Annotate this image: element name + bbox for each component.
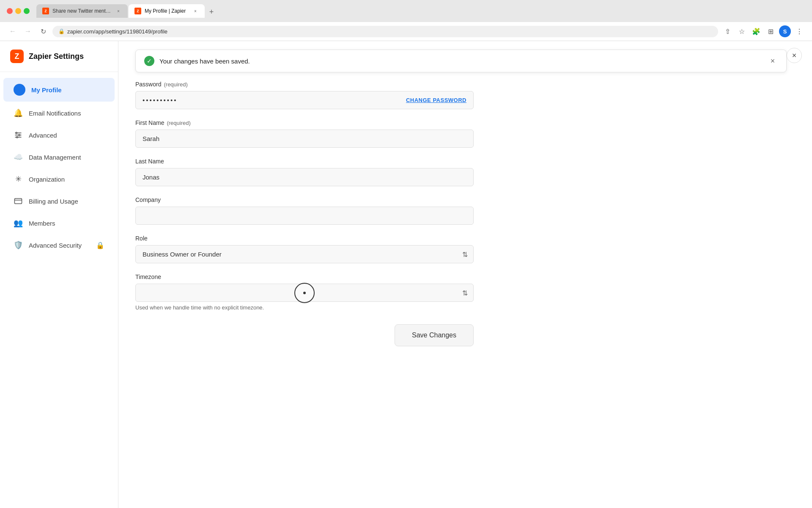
shield-icon: 🛡️ [14, 240, 23, 250]
sidebar-label-advanced: Advanced [29, 132, 57, 139]
cloud-icon: ☁️ [14, 152, 23, 162]
main-content: × ✓ Your changes have been saved. × Pass… [118, 41, 812, 508]
browser-addressbar: ← → ↻ 🔒 zapier.com/app/settings/11980149… [0, 22, 812, 41]
sidebar: Z Zapier Settings S My Profile 🔔 Email N… [0, 41, 118, 508]
address-bar[interactable]: 🔒 zapier.com/app/settings/11980149/profi… [52, 26, 718, 37]
sidebar-item-advanced[interactable]: Advanced [3, 124, 115, 146]
extensions-button[interactable]: 🧩 [750, 25, 762, 37]
zapier-logo: Z [10, 50, 24, 63]
sidebar-item-advanced-security[interactable]: 🛡️ Advanced Security 🔒 [3, 235, 115, 256]
tab-close-twitter[interactable]: × [115, 8, 122, 14]
traffic-light-minimize[interactable] [15, 8, 21, 14]
traffic-light-close[interactable] [7, 8, 13, 14]
person-icon: S [14, 84, 25, 96]
snowflake-icon: ✳ [14, 174, 23, 184]
app-close-button[interactable]: × [787, 48, 802, 63]
lock-icon: 🔒 [58, 28, 65, 34]
password-label: Password (required) [135, 81, 474, 88]
first-name-input[interactable] [135, 130, 474, 148]
zapier-logo-z: Z [15, 52, 19, 61]
traffic-light-fullscreen[interactable] [24, 8, 30, 14]
timezone-select[interactable]: America/New_York America/Chicago America… [135, 284, 474, 302]
sidebar-item-data-management[interactable]: ☁️ Data Management [3, 146, 115, 168]
sidebar-item-email-notifications[interactable]: 🔔 Email Notifications [3, 102, 115, 124]
share-button[interactable]: ⇧ [721, 25, 733, 37]
sidebar-item-organization[interactable]: ✳ Organization [3, 168, 115, 190]
sidebar-label-billing: Billing and Usage [29, 198, 78, 205]
role-label: Role [135, 235, 474, 242]
sidebar-label-email-notifications: Email Notifications [29, 110, 81, 117]
tab-twitter[interactable]: Z Share new Twitter mentions in × [36, 4, 128, 18]
timezone-select-wrapper: America/New_York America/Chicago America… [135, 284, 474, 302]
banner-message: Your changes have been saved. [159, 58, 763, 65]
browser-actions: ⇧ ☆ 🧩 ⊞ S ⋮ [721, 25, 805, 37]
settings-icon [14, 130, 23, 140]
password-group: Password (required) •••••••••• CHANGE PA… [135, 81, 474, 109]
sidebar-toggle-button[interactable]: ⊞ [765, 25, 776, 37]
sidebar-item-billing[interactable]: Billing and Usage [3, 190, 115, 212]
company-label: Company [135, 196, 474, 203]
back-button[interactable]: ← [7, 25, 19, 37]
forward-button[interactable]: → [22, 25, 34, 37]
success-icon: ✓ [144, 56, 154, 66]
group-icon: 👥 [14, 218, 23, 228]
company-group: Company [135, 196, 474, 225]
banner-close-button[interactable]: × [768, 56, 778, 66]
sidebar-header: Z Zapier Settings [0, 41, 118, 72]
password-input-wrapper: •••••••••• CHANGE PASSWORD [135, 91, 474, 109]
refresh-button[interactable]: ↻ [37, 25, 49, 37]
role-group: Role Business Owner or Founder Developer… [135, 235, 474, 263]
last-name-input[interactable] [135, 168, 474, 186]
sidebar-item-my-profile[interactable]: S My Profile [3, 78, 115, 102]
password-dots: •••••••••• [143, 91, 406, 109]
menu-button[interactable]: ⋮ [793, 25, 805, 37]
tab-twitter-label: Share new Twitter mentions in [52, 8, 112, 14]
svg-point-5 [16, 136, 18, 138]
change-password-button[interactable]: CHANGE PASSWORD [406, 97, 466, 103]
sidebar-label-members: Members [29, 220, 55, 227]
browser-chrome: Z Share new Twitter mentions in × Z My P… [0, 0, 812, 41]
browser-titlebar: Z Share new Twitter mentions in × Z My P… [0, 0, 812, 22]
card-icon [14, 196, 23, 206]
address-text: zapier.com/app/settings/11980149/profile [67, 28, 167, 35]
svg-point-4 [19, 134, 20, 135]
browser-profile-button[interactable]: S [779, 25, 791, 37]
first-name-label: First Name (required) [135, 119, 474, 126]
app-container: Z Zapier Settings S My Profile 🔔 Email N… [0, 41, 812, 508]
tab-profile-label: My Profile | Zapier [145, 8, 186, 14]
sidebar-nav: S My Profile 🔔 Email Notifications [0, 72, 118, 262]
bell-icon: 🔔 [14, 108, 23, 118]
tab-favicon-profile: Z [134, 8, 141, 14]
tab-close-profile[interactable]: × [192, 8, 199, 14]
success-banner: ✓ Your changes have been saved. × [135, 50, 787, 72]
form-container: Password (required) •••••••••• CHANGE PA… [118, 81, 499, 372]
timezone-label: Timezone [135, 273, 474, 280]
bookmark-button[interactable]: ☆ [736, 25, 748, 37]
svg-rect-6 [14, 199, 22, 204]
sidebar-item-members[interactable]: 👥 Members [3, 213, 115, 234]
sidebar-label-data-management: Data Management [29, 154, 81, 161]
timezone-group: Timezone America/New_York America/Chicag… [135, 273, 474, 311]
tab-favicon-twitter: Z [42, 8, 49, 14]
role-select[interactable]: Business Owner or Founder Developer Mark… [135, 245, 474, 263]
new-tab-button[interactable]: + [206, 6, 217, 18]
first-name-group: First Name (required) [135, 119, 474, 148]
sidebar-label-organization: Organization [29, 176, 65, 183]
role-select-wrapper: Business Owner or Founder Developer Mark… [135, 245, 474, 263]
security-lock-icon: 🔒 [96, 241, 104, 249]
last-name-group: Last Name [135, 158, 474, 186]
traffic-lights [7, 8, 30, 14]
timezone-hint: Used when we handle time with no explici… [135, 304, 474, 311]
sidebar-label-my-profile: My Profile [31, 86, 62, 94]
tab-profile[interactable]: Z My Profile | Zapier × [129, 4, 205, 18]
timezone-wrapper: America/New_York America/Chicago America… [135, 284, 474, 302]
browser-tabs: Z Share new Twitter mentions in × Z My P… [36, 4, 717, 18]
app-title: Zapier Settings [29, 52, 84, 61]
sidebar-label-advanced-security: Advanced Security [29, 242, 82, 249]
last-name-label: Last Name [135, 158, 474, 165]
save-changes-button[interactable]: Save Changes [395, 324, 474, 346]
company-input[interactable] [135, 207, 474, 225]
svg-point-3 [16, 132, 17, 133]
